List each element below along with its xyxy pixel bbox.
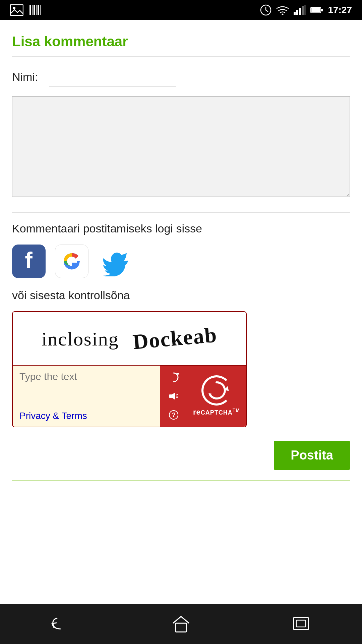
svg-rect-0 [10, 5, 23, 15]
twitter-login-button[interactable] [98, 245, 131, 278]
svg-point-11 [282, 14, 284, 15]
or-text: või sisesta kontrollsõna [12, 289, 350, 302]
barcode-icon [29, 4, 41, 16]
google-login-button[interactable] [55, 245, 88, 278]
svg-rect-5 [36, 5, 37, 15]
svg-rect-30 [294, 618, 308, 630]
svg-rect-13 [296, 10, 298, 15]
svg-line-23 [176, 394, 178, 395]
svg-rect-12 [294, 12, 296, 15]
recaptcha-c-icon [201, 375, 232, 406]
recents-icon [292, 615, 312, 632]
captcha-help-button[interactable]: ? [165, 407, 182, 423]
captcha-text-input[interactable] [19, 371, 154, 382]
captcha-controls: ? [160, 366, 187, 427]
navigation-bar [0, 604, 362, 644]
facebook-icon: f [17, 250, 41, 273]
captcha-image-area: inclosing Dockeab [13, 312, 246, 366]
svg-rect-19 [321, 9, 323, 11]
main-content: Lisa kommentaar Nimi: Kommentaari postit… [0, 20, 362, 604]
recaptcha-label: reCAPTCHATM [193, 408, 240, 417]
captcha-refresh-button[interactable] [165, 369, 182, 386]
svg-marker-22 [172, 392, 175, 400]
signal-icon [294, 5, 306, 15]
title-divider [12, 56, 350, 57]
svg-rect-2 [29, 5, 31, 15]
refresh-icon [168, 372, 179, 383]
login-text: Kommentaari postitamiseks logi sisse [12, 222, 350, 235]
svg-line-10 [266, 10, 268, 12]
home-icon [171, 614, 191, 633]
back-icon [50, 615, 70, 632]
svg-rect-16 [304, 5, 306, 15]
twitter-icon [100, 246, 130, 276]
svg-text:?: ? [172, 412, 176, 418]
submit-button[interactable]: Postita [274, 441, 350, 470]
svg-rect-7 [40, 5, 41, 15]
facebook-login-button[interactable]: f [12, 245, 46, 278]
name-input[interactable] [49, 67, 176, 87]
help-icon: ? [169, 410, 179, 420]
captcha-privacy-link[interactable]: Privacy & Terms [19, 411, 154, 421]
battery-icon [310, 6, 323, 14]
name-label: Nimi: [12, 70, 42, 84]
home-button[interactable] [161, 610, 201, 637]
svg-rect-15 [302, 6, 304, 15]
image-icon [10, 4, 23, 16]
comment-textarea[interactable] [12, 96, 350, 197]
svg-rect-21 [169, 394, 172, 398]
svg-rect-18 [311, 8, 320, 12]
svg-rect-31 [296, 620, 306, 627]
svg-point-1 [13, 7, 15, 9]
clock-icon [260, 4, 272, 16]
comment-divider [12, 212, 350, 213]
back-button[interactable] [40, 610, 80, 637]
captcha-audio-button[interactable] [165, 388, 182, 405]
captcha-text: inclosing Dockeab [42, 326, 217, 351]
social-icons-row: f [12, 245, 350, 278]
bottom-divider [12, 480, 350, 481]
google-icon [58, 248, 85, 275]
recaptcha-widget: inclosing Dockeab Privacy & Terms [12, 311, 247, 427]
submit-row: Postita [12, 441, 350, 470]
audio-icon [169, 391, 179, 401]
status-bar-left-icons [10, 4, 41, 16]
svg-rect-3 [32, 5, 33, 15]
captcha-word1: inclosing [42, 328, 119, 350]
recents-button[interactable] [282, 610, 322, 637]
svg-rect-29 [176, 623, 186, 632]
svg-rect-6 [38, 5, 39, 15]
recaptcha-logo-svg [206, 380, 227, 400]
page-title: Lisa kommentaar [12, 34, 350, 50]
time-display: 17:27 [328, 5, 352, 15]
svg-rect-4 [34, 5, 35, 15]
svg-text:f: f [25, 250, 33, 273]
captcha-bottom: Privacy & Terms [13, 366, 246, 427]
svg-rect-14 [299, 8, 301, 15]
svg-line-25 [176, 397, 178, 398]
status-bar-right-icons: 17:27 [260, 4, 352, 16]
captcha-word2: Dockeab [132, 322, 218, 355]
wifi-icon [276, 5, 289, 15]
recaptcha-logo: reCAPTCHATM [187, 366, 246, 427]
status-bar: 17:27 [0, 0, 362, 20]
name-row: Nimi: [12, 67, 350, 87]
captcha-input-area: Privacy & Terms [13, 366, 160, 427]
